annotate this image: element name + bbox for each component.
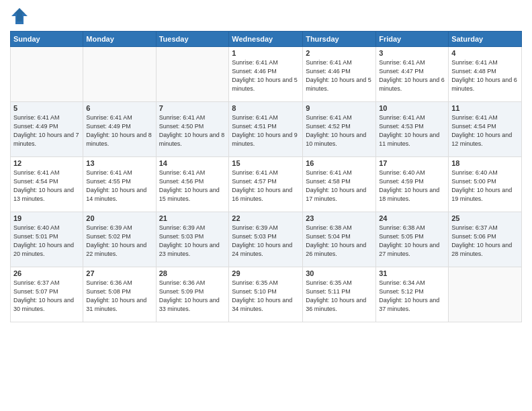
day-number: 20 [86,214,152,222]
day-cell: 14Sunrise: 6:41 AMSunset: 4:56 PMDayligh… [156,157,229,212]
day-number: 23 [306,214,373,222]
day-number: 29 [232,269,300,277]
day-cell: 23Sunrise: 6:38 AMSunset: 5:04 PMDayligh… [303,212,376,267]
day-info: Sunrise: 6:41 AMSunset: 4:54 PMDaylight:… [13,169,80,203]
day-cell: 6Sunrise: 6:41 AMSunset: 4:49 PMDaylight… [83,102,156,157]
week-row-4: 19Sunrise: 6:40 AMSunset: 5:01 PMDayligh… [11,212,522,267]
day-number: 8 [232,104,300,112]
day-info: Sunrise: 6:36 AMSunset: 5:08 PMDaylight:… [86,279,152,314]
weekday-header-row: SundayMondayTuesdayWednesdayThursdayFrid… [11,32,522,47]
day-number: 2 [306,49,373,57]
week-row-5: 26Sunrise: 6:37 AMSunset: 5:07 PMDayligh… [11,267,522,322]
day-number: 31 [379,269,445,277]
day-number: 28 [159,269,226,277]
day-cell: 25Sunrise: 6:37 AMSunset: 5:06 PMDayligh… [449,212,522,267]
logo-icon [10,7,29,26]
day-number: 22 [232,214,300,222]
day-cell: 2Sunrise: 6:41 AMSunset: 4:46 PMDaylight… [303,47,376,102]
day-cell: 22Sunrise: 6:39 AMSunset: 5:03 PMDayligh… [229,212,303,267]
day-number: 16 [306,159,373,167]
day-info: Sunrise: 6:39 AMSunset: 5:03 PMDaylight:… [232,224,300,259]
day-info: Sunrise: 6:39 AMSunset: 5:02 PMDaylight:… [86,224,152,259]
day-cell: 9Sunrise: 6:41 AMSunset: 4:52 PMDaylight… [303,102,376,157]
calendar-body: 1Sunrise: 6:41 AMSunset: 4:46 PMDaylight… [11,47,522,322]
day-cell: 12Sunrise: 6:41 AMSunset: 4:54 PMDayligh… [11,157,83,212]
day-number: 19 [13,214,80,222]
day-info: Sunrise: 6:40 AMSunset: 4:59 PMDaylight:… [379,169,445,203]
day-cell: 27Sunrise: 6:36 AMSunset: 5:08 PMDayligh… [83,267,156,322]
day-number: 21 [159,214,226,222]
day-number: 1 [232,49,300,57]
day-info: Sunrise: 6:41 AMSunset: 4:48 PMDaylight:… [451,58,519,93]
day-cell: 3Sunrise: 6:41 AMSunset: 4:47 PMDaylight… [376,47,449,102]
day-number: 4 [451,49,519,57]
page: SundayMondayTuesdayWednesdayThursdayFrid… [0,0,532,411]
day-cell [83,47,156,102]
day-cell: 13Sunrise: 6:41 AMSunset: 4:55 PMDayligh… [83,157,156,212]
day-number: 25 [451,214,519,222]
day-info: Sunrise: 6:41 AMSunset: 4:49 PMDaylight:… [13,113,80,148]
day-cell [449,267,522,322]
day-cell: 15Sunrise: 6:41 AMSunset: 4:57 PMDayligh… [229,157,303,212]
day-info: Sunrise: 6:37 AMSunset: 5:07 PMDaylight:… [13,279,80,314]
day-number: 27 [86,269,152,277]
day-number: 12 [13,159,80,167]
day-cell: 19Sunrise: 6:40 AMSunset: 5:01 PMDayligh… [11,212,83,267]
day-info: Sunrise: 6:41 AMSunset: 4:54 PMDaylight:… [451,113,519,148]
day-info: Sunrise: 6:41 AMSunset: 4:58 PMDaylight:… [306,169,373,203]
day-info: Sunrise: 6:41 AMSunset: 4:56 PMDaylight:… [159,169,226,203]
day-info: Sunrise: 6:38 AMSunset: 5:04 PMDaylight:… [306,224,373,259]
day-info: Sunrise: 6:36 AMSunset: 5:09 PMDaylight:… [159,279,226,314]
day-info: Sunrise: 6:41 AMSunset: 4:53 PMDaylight:… [379,113,445,148]
day-number: 15 [232,159,300,167]
day-cell: 31Sunrise: 6:34 AMSunset: 5:12 PMDayligh… [376,267,449,322]
day-info: Sunrise: 6:41 AMSunset: 4:46 PMDaylight:… [232,58,300,93]
day-cell: 8Sunrise: 6:41 AMSunset: 4:51 PMDaylight… [229,102,303,157]
day-info: Sunrise: 6:35 AMSunset: 5:11 PMDaylight:… [306,279,373,314]
day-number: 13 [86,159,152,167]
day-cell: 10Sunrise: 6:41 AMSunset: 4:53 PMDayligh… [376,102,449,157]
day-info: Sunrise: 6:41 AMSunset: 4:47 PMDaylight:… [379,58,445,93]
day-number: 11 [451,104,519,112]
day-cell: 28Sunrise: 6:36 AMSunset: 5:09 PMDayligh… [156,267,229,322]
day-info: Sunrise: 6:41 AMSunset: 4:51 PMDaylight:… [232,113,300,148]
weekday-header-thursday: Thursday [303,32,376,47]
weekday-header-friday: Friday [376,32,449,47]
day-info: Sunrise: 6:41 AMSunset: 4:50 PMDaylight:… [159,113,226,148]
day-number: 24 [379,214,445,222]
day-number: 26 [13,269,80,277]
weekday-header-tuesday: Tuesday [156,32,229,47]
day-number: 6 [86,104,152,112]
week-row-2: 5Sunrise: 6:41 AMSunset: 4:49 PMDaylight… [11,102,522,157]
day-number: 10 [379,104,445,112]
day-info: Sunrise: 6:41 AMSunset: 4:49 PMDaylight:… [86,113,152,148]
day-cell: 18Sunrise: 6:40 AMSunset: 5:00 PMDayligh… [449,157,522,212]
day-number: 9 [306,104,373,112]
day-info: Sunrise: 6:37 AMSunset: 5:06 PMDaylight:… [451,224,519,259]
day-cell [11,47,83,102]
day-cell: 1Sunrise: 6:41 AMSunset: 4:46 PMDaylight… [229,47,303,102]
day-info: Sunrise: 6:41 AMSunset: 4:55 PMDaylight:… [86,169,152,203]
day-cell: 11Sunrise: 6:41 AMSunset: 4:54 PMDayligh… [449,102,522,157]
day-cell: 24Sunrise: 6:38 AMSunset: 5:05 PMDayligh… [376,212,449,267]
day-info: Sunrise: 6:41 AMSunset: 4:46 PMDaylight:… [306,58,373,93]
weekday-header-wednesday: Wednesday [229,32,303,47]
week-row-3: 12Sunrise: 6:41 AMSunset: 4:54 PMDayligh… [11,157,522,212]
day-cell: 7Sunrise: 6:41 AMSunset: 4:50 PMDaylight… [156,102,229,157]
day-number: 30 [306,269,373,277]
logo [10,7,32,26]
day-info: Sunrise: 6:34 AMSunset: 5:12 PMDaylight:… [379,279,445,314]
day-cell: 21Sunrise: 6:39 AMSunset: 5:03 PMDayligh… [156,212,229,267]
day-info: Sunrise: 6:41 AMSunset: 4:57 PMDaylight:… [232,169,300,203]
day-cell: 20Sunrise: 6:39 AMSunset: 5:02 PMDayligh… [83,212,156,267]
day-cell: 17Sunrise: 6:40 AMSunset: 4:59 PMDayligh… [376,157,449,212]
day-number: 7 [159,104,226,112]
weekday-header-saturday: Saturday [449,32,522,47]
day-cell: 4Sunrise: 6:41 AMSunset: 4:48 PMDaylight… [449,47,522,102]
day-number: 3 [379,49,445,57]
week-row-1: 1Sunrise: 6:41 AMSunset: 4:46 PMDaylight… [11,47,522,102]
day-cell: 30Sunrise: 6:35 AMSunset: 5:11 PMDayligh… [303,267,376,322]
day-number: 17 [379,159,445,167]
day-info: Sunrise: 6:35 AMSunset: 5:10 PMDaylight:… [232,279,300,314]
day-cell: 5Sunrise: 6:41 AMSunset: 4:49 PMDaylight… [11,102,83,157]
